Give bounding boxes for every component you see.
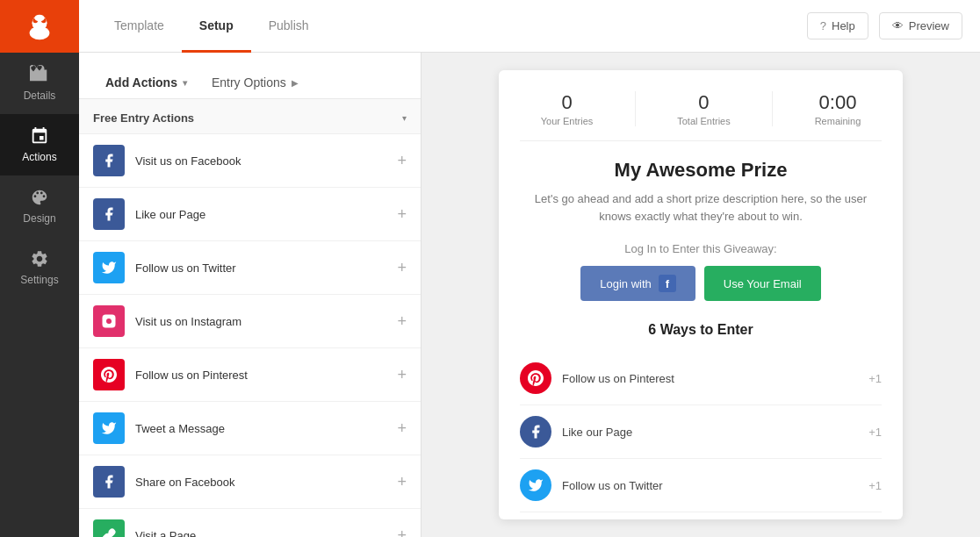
tab-template[interactable]: Template	[97, 0, 182, 53]
free-actions-list: Visit us on Facebook + Like our Page + F…	[79, 134, 421, 537]
action-icon-visit-page	[93, 519, 125, 537]
entry-action-points-pinterest: +1	[868, 372, 882, 385]
preview-button[interactable]: 👁 Preview	[879, 12, 962, 39]
total-entries-value: 0	[677, 91, 731, 114]
action-item-like-page[interactable]: Like our Page +	[79, 188, 421, 241]
action-item-visit-fb[interactable]: Visit us on Facebook +	[79, 134, 421, 188]
action-item-follow-twitter[interactable]: Follow us on Twitter +	[79, 241, 421, 295]
content-area: Add Actions ▾ Entry Options ▶ Free Entry…	[79, 53, 980, 537]
entry-action-icon-like-page	[520, 416, 551, 448]
action-add-icon-tweet-message[interactable]: +	[397, 420, 407, 436]
preview-area: 0 Your Entries 0 Total Entries 0:00 Rema…	[422, 53, 980, 537]
entry-options-chevron-icon: ▶	[292, 78, 299, 88]
remaining-label: Remaining	[815, 116, 861, 126]
entry-action-icon-pinterest	[520, 362, 551, 394]
entry-action-icon-twitter	[520, 469, 551, 501]
topbar-right: ? Help 👁 Preview	[807, 12, 962, 39]
action-icon-tweet-message	[93, 412, 125, 444]
actions-scroll[interactable]: Free Entry Actions ▾ Visit us on Faceboo…	[79, 99, 421, 537]
preview-card: 0 Your Entries 0 Total Entries 0:00 Rema…	[499, 70, 903, 519]
sidebar-item-design-label: Design	[23, 212, 55, 225]
login-email-button[interactable]: Use Your Email	[704, 266, 821, 301]
svg-point-4	[34, 15, 44, 22]
action-add-icon-follow-pinterest[interactable]: +	[397, 367, 407, 383]
action-item-tweet-message[interactable]: Tweet a Message +	[79, 402, 421, 455]
action-icon-follow-twitter	[93, 252, 125, 283]
action-icon-share-facebook	[93, 466, 125, 498]
actions-header: Add Actions ▾ Entry Options ▶	[79, 53, 421, 99]
action-item-share-facebook[interactable]: Share on Facebook +	[79, 455, 421, 509]
main-area: Template Setup Publish ? Help 👁 Preview	[79, 0, 980, 537]
actions-panel: Add Actions ▾ Entry Options ▶ Free Entry…	[79, 53, 422, 537]
sidebar-item-details[interactable]: Details	[0, 53, 79, 114]
stat-remaining: 0:00 Remaining	[815, 91, 861, 126]
entry-action-points-twitter: +1	[868, 479, 882, 492]
sidebar: Details Actions Design Settings	[0, 0, 79, 537]
entry-action-like-page[interactable]: Like our Page +1	[520, 405, 882, 459]
entry-action-label-pinterest: Follow us on Pinterest	[562, 372, 858, 385]
entry-options-button[interactable]: Entry Options ▶	[199, 67, 311, 98]
entry-action-label-like-page: Like our Page	[562, 426, 858, 439]
preview-stats: 0 Your Entries 0 Total Entries 0:00 Rema…	[520, 91, 882, 141]
your-entries-label: Your Entries	[541, 116, 594, 126]
action-item-visit-page[interactable]: Visit a Page +	[79, 509, 421, 537]
entry-action-points-like-page: +1	[868, 426, 882, 439]
action-item-follow-pinterest[interactable]: Follow us on Pinterest +	[79, 348, 421, 402]
prize-title: My Awesome Prize	[520, 159, 882, 182]
help-button[interactable]: ? Help	[807, 12, 868, 39]
action-add-icon-like-page[interactable]: +	[397, 206, 407, 222]
logo[interactable]	[0, 0, 79, 53]
sidebar-item-details-label: Details	[24, 90, 56, 102]
action-icon-like-page	[93, 198, 125, 230]
free-section-title: Free Entry Actions	[93, 111, 194, 125]
action-icon-visit-instagram	[93, 305, 125, 337]
prize-description: Let's go ahead and add a short prize des…	[520, 190, 882, 225]
your-entries-value: 0	[541, 91, 594, 114]
sidebar-item-actions[interactable]: Actions	[0, 114, 79, 175]
sidebar-item-actions-label: Actions	[22, 151, 56, 163]
entry-action-pinterest[interactable]: Follow us on Pinterest +1	[520, 352, 882, 405]
stat-your-entries: 0 Your Entries	[541, 91, 594, 126]
action-label-share-facebook: Share on Facebook	[135, 476, 386, 489]
action-label-visit-instagram: Visit us on Instagram	[135, 315, 386, 328]
add-actions-chevron-icon: ▾	[183, 78, 187, 88]
action-add-icon-visit-fb[interactable]: +	[397, 153, 407, 168]
remaining-value: 0:00	[815, 91, 861, 114]
free-section-chevron-icon[interactable]: ▾	[402, 113, 407, 123]
action-label-visit-fb: Visit us on Facebook	[135, 154, 386, 168]
entry-action-twitter[interactable]: Follow us on Twitter +1	[520, 459, 882, 512]
sidebar-item-design[interactable]: Design	[0, 175, 79, 237]
sidebar-item-settings[interactable]: Settings	[0, 237, 79, 298]
tab-publish[interactable]: Publish	[251, 0, 327, 53]
login-label: Log In to Enter this Giveaway:	[520, 242, 882, 255]
action-item-visit-instagram[interactable]: Visit us on Instagram +	[79, 295, 421, 348]
add-actions-button[interactable]: Add Actions ▾	[93, 67, 199, 98]
login-buttons: Login with f Use Your Email	[520, 266, 882, 301]
entry-action-label-twitter: Follow us on Twitter	[562, 479, 858, 492]
login-facebook-button[interactable]: Login with f	[580, 266, 695, 301]
action-add-icon-share-facebook[interactable]: +	[397, 474, 407, 490]
tab-setup[interactable]: Setup	[182, 0, 251, 53]
action-label-visit-page: Visit a Page	[135, 529, 386, 538]
action-add-icon-visit-page[interactable]: +	[397, 527, 407, 537]
free-entry-section-header: Free Entry Actions ▾	[79, 99, 421, 134]
sidebar-item-settings-label: Settings	[20, 274, 58, 286]
action-label-tweet-message: Tweet a Message	[135, 422, 386, 435]
topbar: Template Setup Publish ? Help 👁 Preview	[79, 0, 980, 53]
action-icon-visit-fb	[93, 145, 125, 176]
action-label-follow-pinterest: Follow us on Pinterest	[135, 369, 386, 382]
ways-to-enter-title: 6 Ways to Enter	[520, 322, 882, 338]
entry-actions-list: Follow us on Pinterest +1 Like our Page …	[520, 352, 882, 512]
total-entries-label: Total Entries	[677, 116, 731, 126]
action-add-icon-visit-instagram[interactable]: +	[397, 313, 407, 329]
stat-total-entries: 0 Total Entries	[677, 91, 731, 126]
action-label-follow-twitter: Follow us on Twitter	[135, 261, 386, 275]
action-label-like-page: Like our Page	[135, 208, 386, 221]
action-icon-follow-pinterest	[93, 359, 125, 390]
topbar-tabs: Template Setup Publish	[97, 0, 807, 52]
action-add-icon-follow-twitter[interactable]: +	[397, 260, 407, 276]
facebook-icon: f	[659, 275, 676, 292]
